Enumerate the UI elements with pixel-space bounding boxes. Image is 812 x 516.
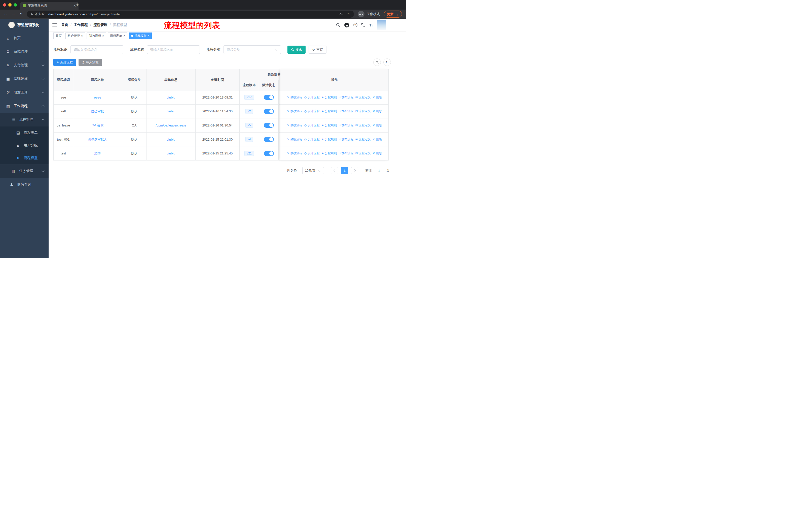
action-delete-link[interactable]: ✕删除 — [373, 151, 382, 156]
form-info-link[interactable]: /bpm/oa/leave/create — [146, 118, 196, 133]
tab-close-icon[interactable]: ✕ — [73, 4, 76, 7]
bookmark-star-icon[interactable]: ☆ — [347, 12, 350, 17]
close-icon[interactable]: × — [123, 34, 125, 37]
process-name-link[interactable]: 自己审批 — [73, 105, 122, 119]
active-toggle[interactable] — [259, 133, 279, 147]
breadcrumb-item[interactable]: 工作流程 — [74, 23, 88, 27]
action-publish-link[interactable]: ☝发布流程 — [339, 151, 353, 156]
action-design-link[interactable]: ◎设计流程 — [304, 109, 320, 113]
sidebar-item-task-mgmt[interactable]: ▥ 任务管理 — [0, 164, 49, 178]
prev-page-button[interactable] — [331, 167, 338, 174]
action-edit-link[interactable]: ✎修改流程 — [287, 151, 302, 156]
action-edit-link[interactable]: ✎修改流程 — [287, 123, 302, 128]
active-toggle[interactable] — [259, 118, 279, 133]
close-icon[interactable]: × — [102, 34, 104, 37]
action-publish-link[interactable]: ☝发布流程 — [339, 137, 353, 142]
new-tab-button[interactable]: + — [76, 2, 79, 7]
search-button[interactable]: 搜索 — [287, 46, 306, 54]
sidebar-item-process-mgmt[interactable]: ≣ 流程管理 — [0, 113, 49, 127]
update-button[interactable]: 更新 ⋮ — [384, 10, 402, 18]
security-label[interactable]: 不安全 — [35, 12, 45, 17]
form-info-link[interactable]: biubiu — [146, 90, 196, 105]
browser-tab[interactable]: 芋道管理系统 ✕ — [20, 2, 79, 9]
action-assign-link[interactable]: ♟分配规则 — [321, 137, 337, 142]
action-definition-link[interactable]: ✉流程定义 — [355, 123, 371, 128]
create-process-button[interactable]: + 新建流程 — [53, 59, 76, 66]
close-icon[interactable]: × — [148, 34, 149, 37]
action-delete-link[interactable]: ✕删除 — [373, 109, 382, 113]
action-delete-link[interactable]: ✕删除 — [373, 123, 382, 128]
action-definition-link[interactable]: ✉流程定义 — [355, 137, 371, 142]
current-page-button[interactable]: 1 — [341, 167, 348, 174]
collapse-sidebar-icon[interactable] — [52, 23, 57, 26]
process-name-input[interactable] — [147, 45, 200, 54]
category-select-input[interactable] — [224, 45, 281, 54]
sidebar-item-process-model[interactable]: ➤ 流程模型 — [0, 152, 49, 164]
action-assign-link[interactable]: ♟分配规则 — [321, 151, 337, 156]
address-bar[interactable]: 不安全 dashboard.yudao.iocoder.cn/bpm/manag… — [27, 10, 354, 18]
next-page-button[interactable] — [351, 167, 358, 174]
action-publish-link[interactable]: ☝发布流程 — [339, 95, 353, 100]
action-publish-link[interactable]: ☝发布流程 — [339, 123, 353, 128]
action-delete-link[interactable]: ✕删除 — [373, 95, 382, 100]
action-definition-link[interactable]: ✉流程定义 — [355, 109, 371, 113]
search-icon[interactable] — [336, 23, 340, 27]
breadcrumb-item[interactable]: 流程管理 — [93, 23, 108, 27]
action-definition-link[interactable]: ✉流程定义 — [355, 95, 371, 100]
show-search-button[interactable] — [373, 58, 381, 66]
zoom-window-button[interactable] — [13, 3, 17, 6]
action-design-link[interactable]: ◎设计流程 — [304, 95, 320, 100]
form-info-link[interactable]: biubiu — [146, 133, 196, 147]
close-window-button[interactable] — [3, 3, 6, 6]
breadcrumb-item[interactable]: 首页 — [61, 23, 68, 27]
forward-button[interactable]: → — [9, 12, 17, 17]
page-size-select[interactable]: 10条/页 — [302, 167, 324, 174]
github-icon[interactable] — [344, 23, 349, 27]
sidebar-item-user-group[interactable]: ☻ 用户分组 — [0, 139, 49, 152]
key-icon[interactable] — [339, 12, 343, 16]
action-definition-link[interactable]: ✉流程定义 — [355, 151, 371, 156]
action-delete-link[interactable]: ✕删除 — [373, 137, 382, 142]
active-toggle[interactable] — [259, 146, 279, 161]
user-avatar[interactable] — [377, 20, 386, 30]
goto-page-input[interactable] — [374, 167, 384, 174]
action-assign-link[interactable]: ♟分配规则 — [321, 123, 337, 128]
sidebar-item-workflow[interactable]: ▦ 工作流程 — [0, 99, 49, 113]
sidebar-item-leave-query[interactable]: ♟ 请假查询 — [0, 178, 49, 191]
action-design-link[interactable]: ◎设计流程 — [304, 137, 320, 142]
action-design-link[interactable]: ◎设计流程 — [304, 123, 320, 128]
minimize-window-button[interactable] — [8, 3, 11, 6]
active-toggle[interactable] — [259, 90, 279, 105]
refresh-table-button[interactable]: ↻ — [383, 58, 391, 66]
action-edit-link[interactable]: ✎修改流程 — [287, 109, 302, 113]
import-process-button[interactable]: ↥ 导入流程 — [79, 59, 102, 66]
process-name-link[interactable]: 测试多审批人 — [73, 133, 122, 147]
action-edit-link[interactable]: ✎修改流程 — [287, 137, 302, 142]
font-size-icon[interactable]: T↕ — [369, 23, 373, 27]
tag-my-process[interactable]: 我的流程× — [87, 32, 106, 39]
help-icon[interactable]: ? — [353, 23, 357, 27]
process-name-link[interactable]: eeee — [73, 90, 122, 105]
process-name-link[interactable]: OA 请假 — [73, 118, 122, 133]
fullscreen-icon[interactable] — [361, 23, 365, 27]
process-name-link[interactable]: 滔博 — [73, 146, 122, 161]
app-logo[interactable]: 芋道管理系统 — [0, 19, 49, 31]
sidebar-item-system[interactable]: ⚙ 系统管理 — [0, 45, 49, 58]
process-key-input[interactable] — [70, 45, 123, 54]
form-info-link[interactable]: biubiu — [146, 105, 196, 119]
action-edit-link[interactable]: ✎修改流程 — [287, 95, 302, 100]
reset-button[interactable]: ↻ 重置 — [309, 46, 326, 54]
sidebar-item-payment[interactable]: ¥ 支付管理 — [0, 58, 49, 72]
tag-home[interactable]: 首页 — [53, 32, 64, 39]
back-button[interactable]: ← — [2, 12, 9, 17]
sidebar-item-home[interactable]: ⌂ 首页 — [0, 31, 49, 45]
tag-process-model[interactable]: 流程模型× — [129, 32, 152, 39]
close-icon[interactable]: × — [81, 34, 83, 37]
tag-tenant[interactable]: 租户管理× — [65, 32, 85, 39]
sidebar-item-infra[interactable]: ▣ 基础设施 — [0, 72, 49, 86]
tag-process-form[interactable]: 流程表单× — [108, 32, 127, 39]
browser-menu-icon[interactable]: ⋮ — [396, 12, 399, 16]
action-assign-link[interactable]: ♟分配规则 — [321, 109, 337, 113]
form-info-link[interactable]: biubiu — [146, 146, 196, 161]
category-select[interactable] — [224, 45, 281, 54]
